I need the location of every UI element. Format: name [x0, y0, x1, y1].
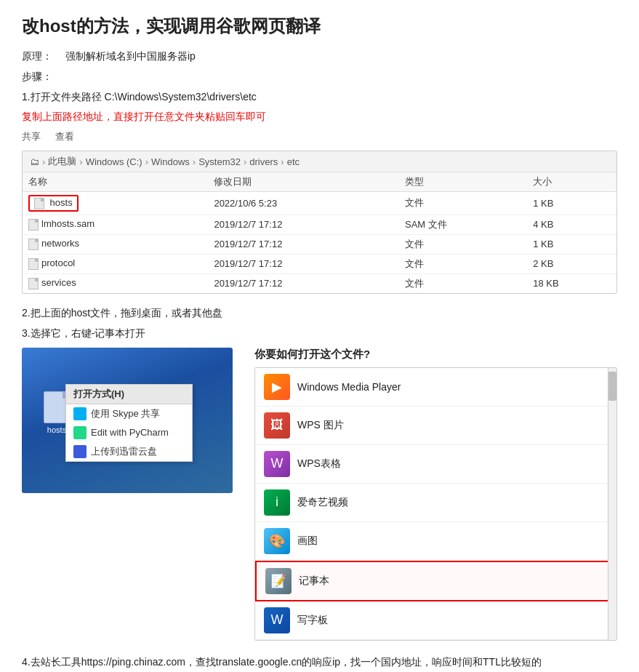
hosts-icon-label: hosts	[47, 425, 66, 434]
step1-copy-hint: 复制上面路径地址，直接打开任意文件夹粘贴回车即可	[22, 108, 617, 126]
app-name: 爱奇艺视频	[297, 496, 348, 509]
context-menu-skype[interactable]: 使用 Skype 共享	[66, 404, 192, 423]
file-date-cell: 2019/12/7 17:12	[208, 254, 399, 273]
skype-label: 使用 Skype 共享	[91, 407, 160, 420]
app-item-wordpad[interactable]: W写字板	[255, 601, 616, 640]
file-size-cell: 18 KB	[527, 273, 616, 293]
app-name: 画图	[297, 535, 318, 548]
file-type-cell: SAM 文件	[399, 215, 527, 234]
breadcrumb-item-1[interactable]: Windows (C:)	[86, 156, 142, 167]
breadcrumb-item-2[interactable]: Windows	[151, 156, 190, 167]
notepad-icon: 📝	[265, 568, 292, 594]
breadcrumb-sep: ›	[42, 156, 45, 167]
file-date-cell: 2022/10/6 5:23	[208, 192, 399, 215]
principle-text: 强制解析域名到中国服务器ip	[65, 50, 196, 62]
file-type-cell: 文件	[399, 192, 527, 215]
file-name-cell: networks	[23, 234, 208, 254]
context-menu-header: 打开方式(H)	[66, 385, 192, 404]
file-icon	[28, 219, 39, 231]
file-size-cell: 1 KB	[527, 234, 616, 254]
file-type-cell: 文件	[399, 273, 527, 293]
col-name[interactable]: 名称	[23, 172, 208, 192]
file-name-cell: services	[23, 273, 208, 293]
file-date-cell: 2019/12/7 17:12	[208, 234, 399, 254]
table-row[interactable]: hosts2022/10/6 5:23文件1 KB	[23, 192, 616, 215]
app-name: WPS表格	[297, 457, 341, 471]
hosts-highlight-box: hosts	[28, 195, 79, 212]
file-size-cell: 2 KB	[527, 254, 616, 273]
app-name: WPS 图片	[297, 419, 344, 432]
col-size[interactable]: 大小	[527, 172, 616, 192]
step3-text: 3.选择它，右键-记事本打开	[22, 327, 617, 340]
breadcrumb-item-4[interactable]: drivers	[249, 156, 278, 167]
app-name: 写字板	[297, 614, 328, 627]
breadcrumb-home-icon: 🗂	[30, 156, 39, 167]
principle-label: 原理：	[22, 50, 52, 62]
file-name-cell: hosts	[23, 192, 208, 215]
demo-area: hosts 打开方式(H) 使用 Skype 共享 Edit with PyCh…	[22, 348, 617, 641]
context-menu: 打开方式(H) 使用 Skype 共享 Edit with PyCharm 上传…	[65, 384, 193, 462]
file-name-cell: protocol	[23, 254, 208, 273]
breadcrumb-item-5[interactable]: etc	[287, 156, 300, 167]
wordpad-icon: W	[264, 607, 290, 633]
step1-text: 1.打开文件夹路径 C:\Windows\System32\drivers\et…	[22, 89, 617, 106]
file-icon	[28, 258, 39, 270]
step4-text: 4.去站长工具https://ping.chinaz.com，查找transla…	[22, 654, 617, 671]
thunder-icon	[73, 445, 87, 458]
breadcrumb-item-0[interactable]: 此电脑	[48, 155, 76, 168]
open-with-panel: 你要如何打开这个文件? ▶Windows Media Player🖼WPS 图片…	[254, 348, 617, 641]
steps-label: 步骤：	[22, 68, 617, 86]
table-row[interactable]: lmhosts.sam2019/12/7 17:12SAM 文件4 KB	[23, 215, 616, 234]
context-menu-thunder[interactable]: 上传到迅雷云盘	[66, 442, 192, 461]
breadcrumb-item-3[interactable]: System32	[198, 156, 241, 167]
file-icon	[28, 239, 39, 250]
breadcrumb: 🗂 › 此电脑 › Windows (C:) › Windows › Syste…	[23, 151, 616, 172]
file-date-cell: 2019/12/7 17:12	[208, 273, 399, 293]
scrollbar-thumb	[608, 372, 616, 401]
app-name: Windows Media Player	[297, 381, 401, 393]
wps-img-icon: 🖼	[264, 412, 290, 439]
file-icon	[28, 278, 39, 289]
file-icon	[34, 198, 44, 209]
file-date-cell: 2019/12/7 17:12	[208, 215, 399, 234]
iqiyi-icon: i	[264, 489, 290, 516]
share-btn[interactable]: 共享	[22, 130, 41, 143]
col-type[interactable]: 类型	[399, 172, 527, 192]
toolbar: 共享 查看	[22, 130, 617, 143]
paint-icon: 🎨	[264, 528, 290, 554]
page-title: 改host的方法，实现调用谷歌网页翻译	[22, 15, 617, 38]
step2-text: 2.把上面的host文件，拖到桌面，或者其他盘	[22, 307, 617, 320]
open-with-title: 你要如何打开这个文件?	[254, 348, 617, 361]
skype-icon	[73, 407, 87, 420]
file-size-cell: 1 KB	[527, 192, 616, 215]
principle-line: 原理： 强制解析域名到中国服务器ip	[22, 48, 617, 65]
col-date[interactable]: 修改日期	[208, 172, 399, 192]
view-btn[interactable]: 查看	[55, 130, 74, 143]
context-menu-pycharm[interactable]: Edit with PyCharm	[66, 423, 192, 442]
app-item-wmp[interactable]: ▶Windows Media Player	[255, 368, 616, 407]
app-item-notepad[interactable]: 📝记事本	[255, 561, 616, 601]
app-item-iqiyi[interactable]: i爱奇艺视频	[255, 484, 616, 522]
table-row[interactable]: services2019/12/7 17:12文件18 KB	[23, 273, 616, 293]
file-type-cell: 文件	[399, 254, 527, 273]
file-size-cell: 4 KB	[527, 215, 616, 234]
app-item-wps-xls[interactable]: WWPS表格	[255, 445, 616, 484]
table-row[interactable]: protocol2019/12/7 17:12文件2 KB	[23, 254, 616, 273]
file-explorer: 🗂 › 此电脑 › Windows (C:) › Windows › Syste…	[22, 151, 617, 294]
scrollbar[interactable]	[608, 368, 616, 640]
app-list: ▶Windows Media Player🖼WPS 图片WWPS表格i爱奇艺视频…	[254, 367, 617, 641]
app-item-paint[interactable]: 🎨画图	[255, 522, 616, 561]
file-type-cell: 文件	[399, 234, 527, 254]
wmp-icon: ▶	[264, 374, 290, 400]
file-name-cell: lmhosts.sam	[23, 215, 208, 234]
thunder-label: 上传到迅雷云盘	[91, 445, 157, 458]
table-row[interactable]: networks2019/12/7 17:12文件1 KB	[23, 234, 616, 254]
pycharm-label: Edit with PyCharm	[91, 427, 169, 438]
pycharm-icon	[73, 426, 87, 439]
file-table: 名称 修改日期 类型 大小 hosts2022/10/6 5:23文件1 KBl…	[23, 172, 616, 293]
wps-xls-icon: W	[264, 451, 290, 477]
app-item-wps-img[interactable]: 🖼WPS 图片	[255, 407, 616, 445]
app-name: 记事本	[299, 575, 329, 588]
left-panel: hosts 打开方式(H) 使用 Skype 共享 Edit with PyCh…	[22, 348, 233, 493]
